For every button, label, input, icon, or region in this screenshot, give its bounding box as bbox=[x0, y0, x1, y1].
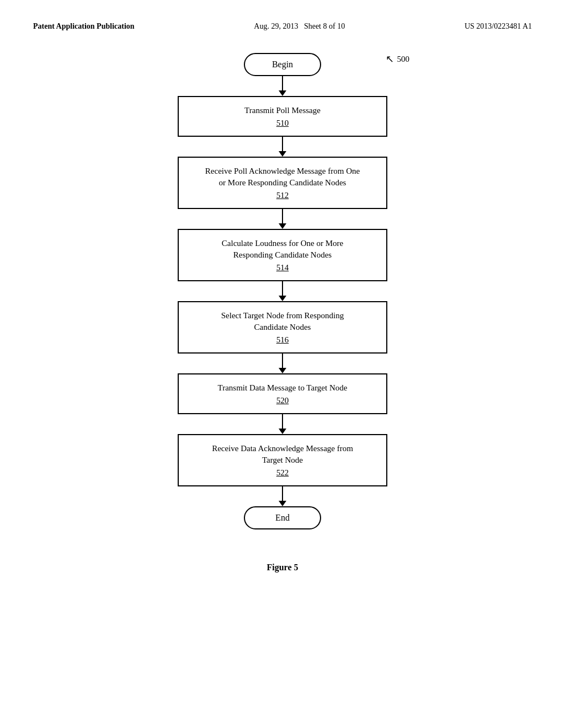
header-date-sheet: Aug. 29, 2013 Sheet 8 of 10 bbox=[254, 22, 345, 31]
patent-number: US 2013/0223481 A1 bbox=[465, 22, 532, 31]
arrow-line bbox=[282, 209, 283, 223]
step-522-ref: 522 bbox=[190, 468, 375, 478]
step-514-ref: 514 bbox=[190, 263, 375, 272]
end-label: End bbox=[275, 513, 290, 522]
arrow-514-to-516 bbox=[279, 281, 286, 301]
arrow-head bbox=[279, 429, 286, 434]
step-520-box: Transmit Data Message to Target Node 520 bbox=[178, 373, 387, 414]
ref-arrow-icon: ↖ bbox=[386, 53, 394, 65]
step-514-title: Calculate Loudness for One or More Respo… bbox=[190, 238, 375, 261]
arrow-line bbox=[282, 281, 283, 296]
begin-label: Begin bbox=[272, 60, 293, 69]
diagram-ref-label: ↖ 500 bbox=[386, 53, 410, 65]
arrow-line bbox=[282, 486, 283, 501]
arrow-head bbox=[279, 223, 286, 229]
arrow-line bbox=[282, 76, 283, 90]
flowchart-diagram: ↖ 500 Begin Transmit Poll Message 510 bbox=[33, 53, 532, 529]
arrow-520-to-522 bbox=[279, 414, 286, 434]
arrow-begin-to-510 bbox=[279, 76, 286, 96]
end-node: End bbox=[244, 506, 321, 529]
page: Patent Application Publication Aug. 29, … bbox=[0, 0, 565, 728]
arrow-line bbox=[282, 137, 283, 151]
figure-caption: Figure 5 bbox=[33, 563, 532, 572]
step-514-box: Calculate Loudness for One or More Respo… bbox=[178, 229, 387, 281]
header-sheet: Sheet 8 of 10 bbox=[304, 22, 345, 30]
publication-label: Patent Application Publication bbox=[33, 22, 135, 31]
arrow-line bbox=[282, 414, 283, 429]
step-516-ref: 516 bbox=[190, 335, 375, 345]
step-516-title: Select Target Node from Responding Candi… bbox=[190, 310, 375, 333]
step-522-box: Receive Data Acknowledge Message from Ta… bbox=[178, 434, 387, 486]
arrow-head bbox=[279, 90, 286, 96]
step-512-ref: 512 bbox=[190, 191, 375, 200]
arrow-head bbox=[279, 368, 286, 373]
arrow-line bbox=[282, 354, 283, 368]
step-512-box: Receive Poll Acknowledge Message from On… bbox=[178, 157, 387, 209]
arrow-head bbox=[279, 501, 286, 506]
step-510-ref: 510 bbox=[190, 119, 375, 128]
step-516-box: Select Target Node from Responding Candi… bbox=[178, 301, 387, 354]
step-522-title: Receive Data Acknowledge Message from Ta… bbox=[190, 443, 375, 466]
step-510-title: Transmit Poll Message bbox=[190, 105, 375, 116]
begin-node: Begin bbox=[244, 53, 321, 76]
step-512-title: Receive Poll Acknowledge Message from On… bbox=[190, 165, 375, 189]
arrow-522-to-end bbox=[279, 486, 286, 506]
ref-number: 500 bbox=[397, 55, 410, 64]
arrow-510-to-512 bbox=[279, 137, 286, 157]
arrow-head bbox=[279, 151, 286, 157]
step-510-box: Transmit Poll Message 510 bbox=[178, 96, 387, 137]
arrow-516-to-520 bbox=[279, 354, 286, 373]
header-date: Aug. 29, 2013 bbox=[254, 22, 298, 30]
arrow-head bbox=[279, 296, 286, 301]
arrow-512-to-514 bbox=[279, 209, 286, 229]
step-520-ref: 520 bbox=[190, 396, 375, 405]
step-520-title: Transmit Data Message to Target Node bbox=[190, 382, 375, 394]
page-header: Patent Application Publication Aug. 29, … bbox=[33, 22, 532, 31]
